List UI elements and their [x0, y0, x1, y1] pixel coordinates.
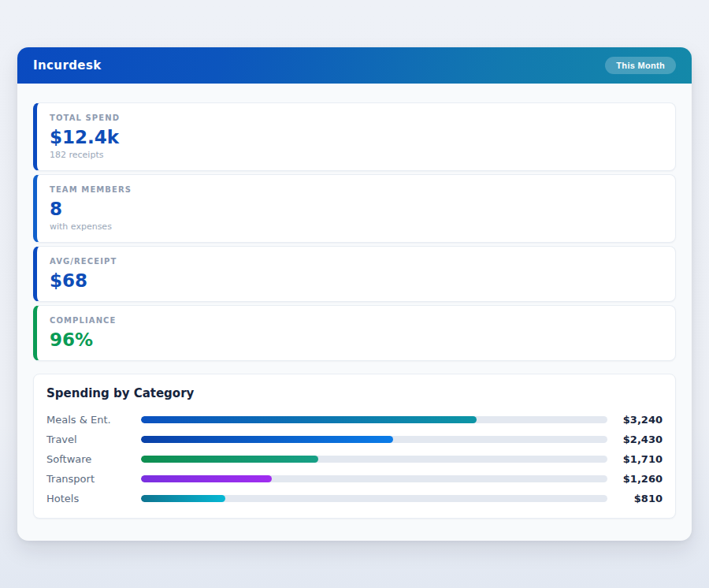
stat-subtext: with expenses — [50, 221, 663, 233]
value-label: $2,430 — [607, 434, 663, 445]
bar-track — [141, 436, 607, 443]
stat-label: AVG/RECEIPT — [50, 256, 663, 266]
chart-row-transport: Transport $1,260 — [46, 469, 663, 489]
stat-card-compliance: COMPLIANCE 96% — [33, 305, 676, 361]
chart-row-software: Software $1,710 — [46, 449, 663, 469]
bar-transport — [141, 475, 272, 482]
stat-label: COMPLIANCE — [50, 315, 663, 326]
bar-software — [141, 456, 318, 463]
category-label: Software — [46, 453, 141, 465]
bar-meals — [141, 416, 477, 423]
bar-track — [141, 456, 607, 463]
bar-hotels — [141, 495, 225, 502]
bar-track — [141, 475, 607, 482]
panel-body: TOTAL SPEND $12.4k 182 receipts TEAM MEM… — [17, 84, 692, 538]
value-label: $3,240 — [607, 414, 663, 426]
bar-track — [141, 495, 607, 502]
chart-row-hotels: Hotels $810 — [46, 489, 663, 508]
stat-label: TEAM MEMBERS — [50, 184, 663, 195]
chart-title: Spending by Category — [46, 386, 663, 400]
stat-value: 8 — [50, 198, 663, 220]
stat-card-total-spend: TOTAL SPEND $12.4k 182 receipts — [33, 102, 676, 171]
bar-travel — [141, 436, 393, 443]
app-header: Incurdesk This Month — [17, 47, 692, 84]
stat-value: 96% — [50, 329, 663, 351]
dashboard-panel: Incurdesk This Month TOTAL SPEND $12.4k … — [17, 47, 692, 541]
bar-track — [141, 416, 607, 423]
stat-card-avg-receipt: AVG/RECEIPT $68 — [33, 246, 676, 302]
value-label: $1,710 — [607, 453, 663, 465]
stat-card-team-members: TEAM MEMBERS 8 with expenses — [33, 174, 676, 243]
value-label: $810 — [607, 493, 663, 504]
category-label: Transport — [46, 473, 141, 485]
app-title: Incurdesk — [33, 58, 102, 73]
chart-row-travel: Travel $2,430 — [46, 430, 663, 449]
spending-by-category-card: Spending by Category Meals & Ent. $3,240… — [33, 374, 676, 519]
category-label: Hotels — [46, 493, 141, 504]
category-label: Travel — [46, 434, 141, 445]
category-label: Meals & Ent. — [46, 414, 141, 426]
value-label: $1,260 — [607, 473, 663, 485]
stat-value: $68 — [50, 270, 663, 292]
stat-label: TOTAL SPEND — [50, 113, 663, 123]
stat-value: $12.4k — [50, 126, 663, 148]
chart-row-meals: Meals & Ent. $3,240 — [46, 410, 663, 430]
stat-subtext: 182 receipts — [50, 150, 663, 161]
period-badge[interactable]: This Month — [605, 57, 676, 74]
